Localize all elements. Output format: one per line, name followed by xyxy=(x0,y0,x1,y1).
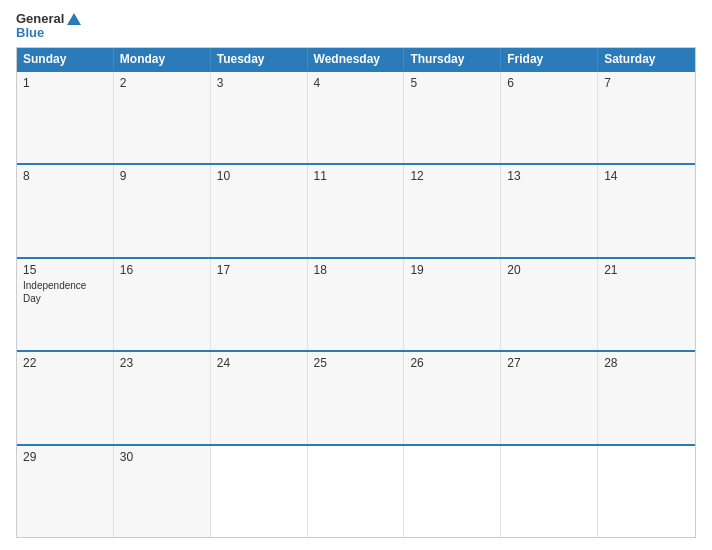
cal-cell-3-5: 19 xyxy=(404,259,501,350)
weekday-saturday: Saturday xyxy=(598,48,695,70)
cal-cell-5-1: 29 xyxy=(17,446,114,537)
cal-cell-1-3: 3 xyxy=(211,72,308,163)
day-number: 2 xyxy=(120,76,204,90)
logo-blue-text: Blue xyxy=(16,26,44,40)
cal-cell-3-1: 15Independence Day xyxy=(17,259,114,350)
cal-cell-4-6: 27 xyxy=(501,352,598,443)
cal-cell-4-7: 28 xyxy=(598,352,695,443)
day-number: 15 xyxy=(23,263,107,277)
day-number: 14 xyxy=(604,169,689,183)
cal-cell-3-7: 21 xyxy=(598,259,695,350)
cal-cell-3-6: 20 xyxy=(501,259,598,350)
cal-cell-3-4: 18 xyxy=(308,259,405,350)
weekday-friday: Friday xyxy=(501,48,598,70)
weekday-header-row: Sunday Monday Tuesday Wednesday Thursday… xyxy=(17,48,695,70)
cal-cell-2-2: 9 xyxy=(114,165,211,256)
day-number: 4 xyxy=(314,76,398,90)
cal-cell-2-7: 14 xyxy=(598,165,695,256)
cal-cell-5-2: 30 xyxy=(114,446,211,537)
cal-cell-5-6 xyxy=(501,446,598,537)
week-row-2: 891011121314 xyxy=(17,163,695,256)
day-number: 5 xyxy=(410,76,494,90)
calendar-header: General Blue xyxy=(16,12,696,41)
day-number: 13 xyxy=(507,169,591,183)
week-row-5: 2930 xyxy=(17,444,695,537)
calendar-page: General Blue Sunday Monday Tuesday Wedne… xyxy=(0,0,712,550)
cal-cell-5-7 xyxy=(598,446,695,537)
day-number: 10 xyxy=(217,169,301,183)
day-number: 3 xyxy=(217,76,301,90)
day-number: 23 xyxy=(120,356,204,370)
day-number: 27 xyxy=(507,356,591,370)
cal-cell-5-5 xyxy=(404,446,501,537)
calendar-grid: Sunday Monday Tuesday Wednesday Thursday… xyxy=(16,47,696,538)
week-row-3: 15Independence Day161718192021 xyxy=(17,257,695,350)
day-number: 30 xyxy=(120,450,204,464)
cal-cell-1-6: 6 xyxy=(501,72,598,163)
weekday-wednesday: Wednesday xyxy=(308,48,405,70)
day-number: 11 xyxy=(314,169,398,183)
day-number: 16 xyxy=(120,263,204,277)
cal-cell-1-1: 1 xyxy=(17,72,114,163)
day-number: 12 xyxy=(410,169,494,183)
cal-cell-5-4 xyxy=(308,446,405,537)
cal-cell-4-2: 23 xyxy=(114,352,211,443)
week-row-4: 22232425262728 xyxy=(17,350,695,443)
day-number: 21 xyxy=(604,263,689,277)
day-number: 29 xyxy=(23,450,107,464)
weekday-sunday: Sunday xyxy=(17,48,114,70)
day-number: 8 xyxy=(23,169,107,183)
cal-cell-2-5: 12 xyxy=(404,165,501,256)
day-number: 19 xyxy=(410,263,494,277)
week-row-1: 1234567 xyxy=(17,70,695,163)
cal-cell-1-5: 5 xyxy=(404,72,501,163)
cal-cell-1-7: 7 xyxy=(598,72,695,163)
cal-cell-2-4: 11 xyxy=(308,165,405,256)
day-number: 7 xyxy=(604,76,689,90)
weekday-monday: Monday xyxy=(114,48,211,70)
weekday-thursday: Thursday xyxy=(404,48,501,70)
cal-cell-1-2: 2 xyxy=(114,72,211,163)
cal-cell-4-4: 25 xyxy=(308,352,405,443)
holiday-label: Independence Day xyxy=(23,279,107,305)
cal-cell-3-3: 17 xyxy=(211,259,308,350)
cal-cell-2-6: 13 xyxy=(501,165,598,256)
day-number: 1 xyxy=(23,76,107,90)
cal-cell-5-3 xyxy=(211,446,308,537)
logo-general-text: General xyxy=(16,12,81,26)
day-number: 22 xyxy=(23,356,107,370)
day-number: 20 xyxy=(507,263,591,277)
logo: General Blue xyxy=(16,12,81,41)
day-number: 24 xyxy=(217,356,301,370)
cal-cell-4-5: 26 xyxy=(404,352,501,443)
day-number: 9 xyxy=(120,169,204,183)
day-number: 28 xyxy=(604,356,689,370)
day-number: 18 xyxy=(314,263,398,277)
weekday-tuesday: Tuesday xyxy=(211,48,308,70)
day-number: 17 xyxy=(217,263,301,277)
day-number: 25 xyxy=(314,356,398,370)
cal-cell-2-1: 8 xyxy=(17,165,114,256)
day-number: 6 xyxy=(507,76,591,90)
logo-triangle-icon xyxy=(67,13,81,25)
calendar-body: 123456789101112131415Independence Day161… xyxy=(17,70,695,537)
cal-cell-4-3: 24 xyxy=(211,352,308,443)
cal-cell-3-2: 16 xyxy=(114,259,211,350)
cal-cell-2-3: 10 xyxy=(211,165,308,256)
day-number: 26 xyxy=(410,356,494,370)
cal-cell-1-4: 4 xyxy=(308,72,405,163)
cal-cell-4-1: 22 xyxy=(17,352,114,443)
